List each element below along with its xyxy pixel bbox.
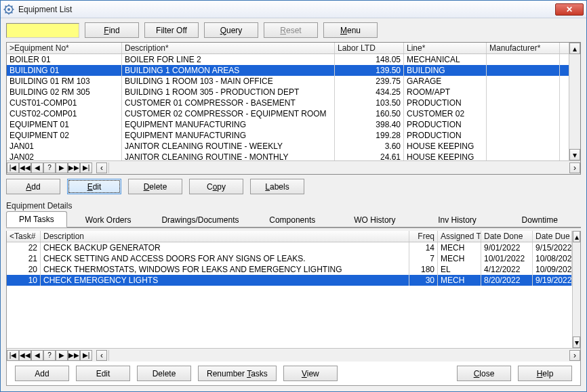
tasks-record-navigator: |◀ ◀◀ ◀ ? ▶ ▶▶ ▶| ‹ › [7,348,580,362]
nav-next-button[interactable]: ▶ [56,162,68,173]
tab-downtime[interactable]: Downtime [498,213,581,227]
table-row[interactable]: BUILDING 02 RM 305BUILDING 1 ROOM 305 - … [7,87,569,97]
table-row[interactable]: 21CHECK SETTING AND ACCESS DOORS FOR ANY… [7,253,572,264]
pm-tasks-panel: <Task# Description Freq Assigned T Date … [6,231,581,386]
tasks-vertical-scrollbar[interactable]: ▴ ▾ [572,231,580,348]
add-button[interactable]: Add [6,179,60,194]
col-description[interactable]: Description* [122,43,335,53]
nav-first-button[interactable]: |◀ [7,350,19,361]
details-tabstrip: PM Tasks Work Orders Drawings/Documents … [6,213,581,228]
task-add-button[interactable]: Add [15,366,69,381]
col-freq[interactable]: Freq [409,231,438,242]
tab-components[interactable]: Components [251,213,333,227]
find-button[interactable]: Find [85,22,139,38]
table-row[interactable]: BUILDING 01 RM 103BUILDING 1 ROOM 103 - … [7,76,569,87]
close-icon: ✕ [566,5,573,14]
hscroll-left-icon[interactable]: ‹ [96,350,107,361]
table-row[interactable]: 10CHECK EMERGENCY LIGHTS30MECH8/20/20229… [7,275,572,286]
help-button[interactable]: Help [518,366,572,381]
menu-button[interactable]: Menu [323,22,378,38]
equipment-grid-body: BOILER 01BOILER FOR LINE 2148.05MECHANIC… [7,54,569,160]
tasks-grid-header: <Task# Description Freq Assigned T Date … [7,231,572,242]
close-button[interactable]: Close [457,366,511,381]
content-area: Find Filter Off Query Reset Menu >Equipm… [1,18,586,391]
col-equipment-no[interactable]: >Equipment No* [7,43,122,53]
col-task-description[interactable]: Description [41,231,409,242]
hscroll-right-icon[interactable]: › [569,162,580,173]
titlebar: Equipment List ✕ [1,1,586,18]
labels-button[interactable]: Labels [250,179,304,194]
scroll-up-icon[interactable]: ▴ [569,43,580,54]
scroll-down-icon[interactable]: ▾ [569,149,580,160]
nav-help-button[interactable]: ? [43,350,56,361]
svg-line-9 [5,12,7,13]
nav-next-page-button[interactable]: ▶▶ [68,162,80,173]
col-line[interactable]: Line* [404,43,487,53]
query-button[interactable]: Query [204,22,258,38]
svg-line-8 [12,5,13,7]
scroll-up-icon[interactable]: ▴ [573,231,580,242]
nav-last-button[interactable]: ▶| [80,162,92,173]
equipment-grid-header: >Equipment No* Description* Labor LTD Li… [7,43,569,54]
task-edit-button[interactable]: Edit [76,366,130,381]
col-date-due[interactable]: Date Due [533,231,572,242]
col-manufacturer[interactable]: Manufacturer* [487,43,560,53]
tasks-grid-body: 22CHECK BACKUP GENERATOR14MECH9/01/20229… [7,242,572,286]
window-title: Equipment List [18,5,555,14]
reset-button: Reset [264,22,318,38]
renumber-tasks-button[interactable]: Renumber Tasks [198,366,277,381]
equipment-record-navigator: |◀ ◀◀ ◀ ? ▶ ▶▶ ▶| ‹ › [7,160,580,174]
tab-wo-history[interactable]: WO History [333,213,416,227]
col-task-no[interactable]: <Task# [7,231,41,242]
filter-off-button[interactable]: Filter Off [144,22,199,38]
table-row[interactable]: BUILDING 01BUILDING 1 COMMON AREAS139.50… [7,65,569,76]
table-row[interactable]: CUST01-COMP01CUSTOMER 01 COMPRESSOR - BA… [7,97,569,108]
equipment-details-label: Equipment Details [6,201,581,211]
nav-prev-button[interactable]: ◀ [31,162,43,173]
col-labor-ltd[interactable]: Labor LTD [335,43,404,53]
equipment-vertical-scrollbar[interactable]: ▴ ▾ [569,43,580,160]
nav-prev-button[interactable]: ◀ [31,350,43,361]
equipment-list-window: Equipment List ✕ Find Filter Off Query R… [0,0,587,392]
tab-drawings-documents[interactable]: Drawings/Documents [149,213,251,227]
tab-inv-history[interactable]: Inv History [416,213,499,227]
nav-prev-page-button[interactable]: ◀◀ [19,162,31,173]
table-row[interactable]: CUST02-COMP01CUSTOMER 02 COMPRESSOR - EQ… [7,108,569,119]
svg-line-7 [12,12,13,13]
nav-help-button[interactable]: ? [43,162,56,173]
nav-next-page-button[interactable]: ▶▶ [68,350,80,361]
nav-prev-page-button[interactable]: ◀◀ [19,350,31,361]
equipment-crud-row: Add Edit Delete Copy Labels [6,177,581,197]
edit-button[interactable]: Edit [67,179,121,194]
table-row[interactable]: 20CHECK THERMOSTATS, WINDOWS FOR LEAKS A… [7,264,572,275]
tasks-footer-buttons: Add Edit Delete Renumber Tasks View Clos… [7,362,580,385]
nav-last-button[interactable]: ▶| [80,350,92,361]
delete-button[interactable]: Delete [128,179,182,194]
hscroll-left-icon[interactable]: ‹ [96,162,107,173]
scroll-down-icon[interactable]: ▾ [573,336,580,348]
table-row[interactable]: BOILER 01BOILER FOR LINE 2148.05MECHANIC… [7,54,569,65]
table-row[interactable]: EQUIPMENT 01EQUIPMENT MANUFACTURING398.4… [7,119,569,130]
search-toolbar: Find Filter Off Query Reset Menu [6,22,581,38]
col-assigned-to[interactable]: Assigned T [438,231,481,242]
nav-next-button[interactable]: ▶ [56,350,68,361]
window-close-button[interactable]: ✕ [555,3,584,16]
table-row[interactable]: JAN01JANITOR CLEANING ROUTINE - WEEKLY3.… [7,141,569,152]
view-button[interactable]: View [283,366,338,381]
table-row[interactable]: EQUIPMENT 02EQUIPMENT MANUFACTURING199.2… [7,130,569,141]
nav-first-button[interactable]: |◀ [7,162,19,173]
table-row[interactable]: 22CHECK BACKUP GENERATOR14MECH9/01/20229… [7,242,572,253]
copy-button[interactable]: Copy [189,179,243,194]
pm-tasks-grid: <Task# Description Freq Assigned T Date … [7,231,580,362]
tab-work-orders[interactable]: Work Orders [67,213,150,227]
tab-pm-tasks[interactable]: PM Tasks [6,211,67,227]
table-row[interactable]: JAN02JANITOR CLEANING ROUTINE - MONTHLY2… [7,152,569,160]
hscroll-right-icon[interactable]: › [569,350,580,361]
svg-line-6 [5,5,7,7]
hscroll-track[interactable] [108,350,569,361]
col-date-done[interactable]: Date Done [481,231,533,242]
task-delete-button[interactable]: Delete [137,366,191,381]
app-gear-icon [3,4,14,15]
search-input[interactable] [6,23,79,38]
hscroll-track[interactable] [108,162,569,173]
